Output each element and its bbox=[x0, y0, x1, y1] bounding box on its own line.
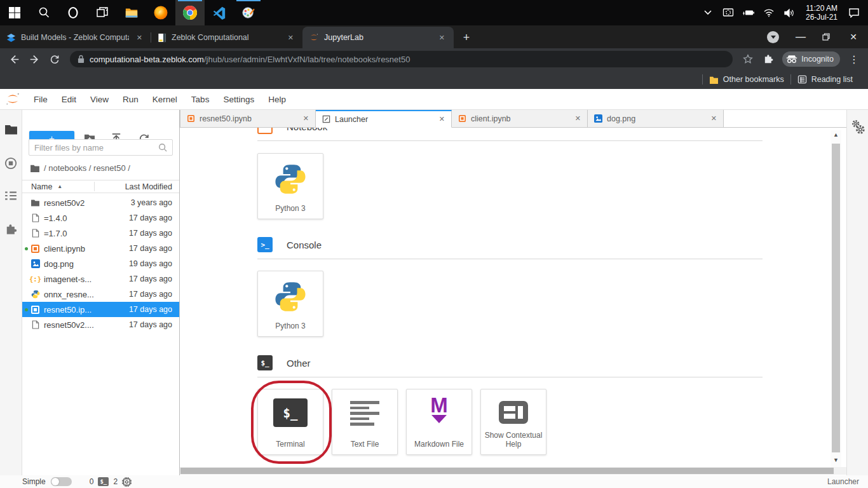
address-bar[interactable]: computational-beta.zeblok.com/jhub/user/… bbox=[70, 51, 733, 67]
folder-icon bbox=[709, 76, 719, 84]
launcher-card-terminal[interactable]: $_ Terminal bbox=[257, 389, 323, 455]
doc-tab-dog[interactable]: dog.png ✕ bbox=[588, 110, 724, 127]
doc-tab-client[interactable]: client.ipynb ✕ bbox=[452, 110, 588, 127]
wifi-tray-icon[interactable] bbox=[760, 0, 778, 25]
close-tab-icon[interactable]: ✕ bbox=[134, 32, 145, 43]
horizontal-scrollbar[interactable] bbox=[180, 467, 846, 475]
file-row[interactable]: =1.7.0 17 days ago bbox=[22, 226, 179, 241]
file-row[interactable]: {:} imagenet-s... 17 days ago bbox=[22, 271, 179, 287]
launcher-card-text-file[interactable]: Text File bbox=[332, 389, 398, 455]
launcher-card-notebook-python3[interactable]: Python 3 bbox=[257, 153, 323, 219]
simple-mode-toggle[interactable] bbox=[51, 477, 72, 486]
menu-tabs[interactable]: Tabs bbox=[184, 89, 217, 110]
restore-button[interactable] bbox=[813, 25, 839, 48]
horizontal-scroll-thumb[interactable] bbox=[180, 468, 834, 474]
vertical-scroll-thumb[interactable] bbox=[832, 144, 840, 452]
json-icon: {:} bbox=[29, 275, 41, 283]
close-tab-icon[interactable]: ✕ bbox=[437, 32, 447, 43]
file-row[interactable]: resnet50v2.... 17 days ago bbox=[22, 317, 179, 332]
simple-mode-switch[interactable]: Simple bbox=[22, 477, 72, 486]
reading-list-button[interactable]: Reading list bbox=[791, 75, 859, 84]
extensions-button[interactable] bbox=[759, 50, 777, 68]
close-tab-icon[interactable]: ✕ bbox=[285, 32, 296, 43]
puzzle-icon bbox=[763, 54, 774, 65]
file-row[interactable]: onnx_resne... 17 days ago bbox=[22, 287, 179, 302]
forward-button[interactable] bbox=[25, 50, 43, 68]
file-row[interactable]: client.ipynb 17 days ago bbox=[22, 241, 179, 256]
menu-view[interactable]: View bbox=[83, 89, 116, 110]
extensions-tab-button[interactable] bbox=[4, 223, 17, 236]
launcher-card-console-python3[interactable]: Python 3 bbox=[257, 271, 323, 337]
cast-tray-icon[interactable] bbox=[719, 0, 737, 25]
python-file-icon bbox=[31, 290, 40, 299]
breadcrumb-path[interactable]: / notebooks / resnet50 / bbox=[44, 163, 130, 173]
file-explorer-button[interactable] bbox=[117, 0, 146, 25]
doc-tab-launcher[interactable]: Launcher ✕ bbox=[316, 110, 452, 128]
running-kernel-dot bbox=[25, 308, 28, 311]
browser-tab-build-models[interactable]: Build Models - Zeblok Computati ✕ bbox=[0, 27, 151, 48]
close-tab-icon[interactable]: ✕ bbox=[711, 114, 717, 123]
paint3d-button[interactable] bbox=[234, 0, 263, 25]
file-row[interactable]: =1.4.0 17 days ago bbox=[22, 210, 179, 226]
task-view-button[interactable] bbox=[88, 0, 117, 25]
page-favicon bbox=[158, 33, 166, 43]
other-bookmarks-button[interactable]: Other bookmarks bbox=[703, 75, 790, 84]
section-title: Other bbox=[287, 358, 311, 369]
minimize-button[interactable]: — bbox=[788, 25, 813, 48]
close-tab-icon[interactable]: ✕ bbox=[575, 114, 581, 123]
kernel-status[interactable]: 0 $_ 2 bbox=[90, 477, 132, 487]
hidden-icons-chevron[interactable] bbox=[699, 0, 717, 25]
file-icon bbox=[32, 229, 39, 238]
chrome-button[interactable] bbox=[175, 0, 205, 25]
scroll-down-icon[interactable]: ▼ bbox=[831, 456, 841, 464]
property-inspector-button[interactable] bbox=[850, 119, 866, 135]
doc-tab-resnet50[interactable]: resnet50.ipynb ✕ bbox=[180, 110, 316, 127]
reload-button[interactable] bbox=[46, 50, 64, 68]
running-kernels-tab-button[interactable] bbox=[4, 157, 17, 170]
taskbar-clock[interactable]: 11:20 AM 26-Jul-21 bbox=[801, 4, 843, 22]
start-button[interactable] bbox=[0, 0, 29, 25]
vertical-scrollbar[interactable]: ▲ ▼ bbox=[831, 130, 841, 467]
sort-by-name-header[interactable]: Name ▲ bbox=[22, 182, 62, 191]
taskbar-search-button[interactable] bbox=[29, 0, 58, 25]
browser-menu-button[interactable]: ⋮ bbox=[845, 50, 863, 68]
close-tab-icon[interactable]: ✕ bbox=[303, 114, 309, 123]
action-center-button[interactable] bbox=[845, 0, 863, 25]
menu-help[interactable]: Help bbox=[261, 89, 293, 110]
back-button[interactable] bbox=[5, 50, 23, 68]
menu-settings[interactable]: Settings bbox=[216, 89, 261, 110]
system-tray: 11:20 AM 26-Jul-21 bbox=[699, 0, 868, 25]
filter-files-input[interactable] bbox=[29, 139, 173, 156]
task-view-icon bbox=[96, 6, 109, 19]
launcher-card-markdown[interactable]: M Markdown File bbox=[406, 389, 472, 455]
firefox-button[interactable] bbox=[146, 0, 175, 25]
vscode-button[interactable] bbox=[205, 0, 234, 25]
browser-tab-jupyterlab[interactable]: JupyterLab ✕ bbox=[302, 27, 454, 48]
file-row[interactable]: resnet50v2 3 years ago bbox=[22, 195, 179, 210]
launcher-card-contextual-help[interactable]: Show Contextual Help bbox=[480, 389, 546, 455]
menu-run[interactable]: Run bbox=[116, 89, 146, 110]
file-row[interactable]: dog.png 19 days ago bbox=[22, 256, 179, 271]
close-tab-icon[interactable]: ✕ bbox=[439, 115, 445, 123]
file-row-selected[interactable]: resnet50.ip... 17 days ago bbox=[22, 302, 179, 317]
battery-tray-icon[interactable] bbox=[740, 0, 757, 25]
statusbar-context-label: Launcher bbox=[827, 477, 859, 486]
search-tabs-button[interactable] bbox=[767, 31, 779, 43]
left-activity-bar bbox=[0, 110, 22, 475]
file-browser-tab-button[interactable] bbox=[4, 124, 18, 135]
star-icon bbox=[743, 54, 753, 64]
cortana-button[interactable] bbox=[58, 0, 88, 25]
table-of-contents-tab-button[interactable] bbox=[4, 191, 17, 201]
menu-file[interactable]: File bbox=[27, 89, 55, 110]
menu-kernel[interactable]: Kernel bbox=[146, 89, 184, 110]
launcher-section-console: >_ Console Python 3 bbox=[257, 237, 846, 337]
new-tab-button[interactable]: + bbox=[458, 29, 475, 46]
bookmark-star-button[interactable] bbox=[739, 50, 757, 68]
scroll-up-icon[interactable]: ▲ bbox=[831, 130, 841, 139]
close-window-button[interactable]: ✕ bbox=[839, 25, 868, 48]
volume-tray-icon[interactable] bbox=[780, 0, 798, 25]
breadcrumb[interactable]: / notebooks / resnet50 / bbox=[30, 162, 130, 173]
menu-edit[interactable]: Edit bbox=[55, 89, 83, 110]
browser-tab-zeblok[interactable]: Zeblok Computational ✕ bbox=[151, 27, 302, 48]
sort-by-modified-header[interactable]: Last Modified bbox=[125, 182, 172, 191]
